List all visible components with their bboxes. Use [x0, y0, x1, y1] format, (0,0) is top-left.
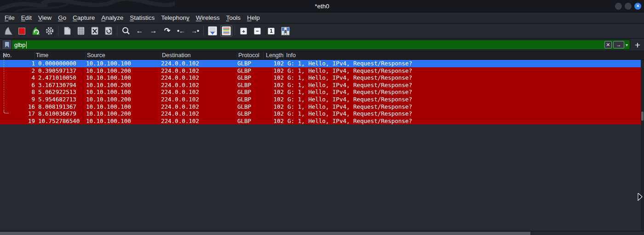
- cell-source: 10.10.100.100: [86, 88, 161, 96]
- column-header-source[interactable]: Source: [86, 51, 161, 59]
- cell-no: 2: [0, 67, 35, 75]
- related-packet-line: [4, 55, 4, 113]
- menu-bar: FileEditViewGoCaptureAnalyzeStatisticsTe…: [0, 12, 644, 24]
- cell-protocol: GLBP: [237, 67, 264, 75]
- close-file-icon[interactable]: [88, 24, 101, 37]
- zoom-out-icon[interactable]: −: [251, 24, 264, 37]
- cell-no: 1: [0, 60, 35, 67]
- packet-row-19[interactable]: 1910.75278654010.10.100.100224.0.0.102GL…: [0, 118, 644, 125]
- cell-protocol: GLBP: [237, 103, 264, 111]
- stop-capture-icon[interactable]: [15, 24, 29, 37]
- packet-row-4[interactable]: 42.47101005010.10.100.100224.0.0.102GLBP…: [0, 74, 644, 82]
- go-to-packet-icon[interactable]: ↷: [161, 24, 174, 37]
- cell-info: G: 1, Hello, IPv4, Request/Response?: [284, 67, 644, 75]
- cell-source: 10.10.100.200: [86, 67, 161, 75]
- cell-time: 10.752786540: [35, 118, 86, 125]
- packet-row-8[interactable]: 85.06292251310.10.100.100224.0.0.102GLBP…: [0, 88, 644, 96]
- cell-source: 10.10.100.100: [86, 60, 161, 67]
- filter-dropdown-icon[interactable]: ▾: [626, 42, 628, 47]
- packet-row-1[interactable]: 10.00000000010.10.100.100224.0.0.102GLBP…: [0, 60, 644, 67]
- cell-time: 5.062922513: [35, 88, 86, 96]
- capture-options-gear-icon[interactable]: [43, 24, 56, 37]
- auto-scroll-icon[interactable]: [206, 24, 219, 37]
- column-header-length[interactable]: Length: [264, 51, 284, 59]
- display-filter-input[interactable]: glbp ✕ → ▾: [2, 40, 630, 50]
- start-capture-icon[interactable]: [1, 24, 15, 37]
- zoom-in-icon[interactable]: +: [237, 24, 250, 37]
- vertical-scrollbar[interactable]: [641, 60, 644, 231]
- filter-bookmark-icon[interactable]: [2, 40, 12, 49]
- menu-item-telephony[interactable]: Telephony: [158, 13, 193, 22]
- packet-row-6[interactable]: 63.16713079410.10.100.200224.0.0.102GLBP…: [0, 82, 644, 89]
- cell-no: 8: [0, 88, 35, 96]
- cell-destination: 224.0.0.102: [161, 60, 237, 67]
- cell-destination: 224.0.0.102: [161, 96, 237, 103]
- cell-source: 10.10.100.100: [86, 74, 161, 82]
- cell-length: 102: [264, 82, 284, 89]
- go-back-icon[interactable]: ←: [133, 24, 146, 37]
- menu-item-analyze[interactable]: Analyze: [98, 13, 126, 22]
- menu-item-tools[interactable]: Tools: [223, 13, 244, 22]
- horizontal-scrollbar[interactable]: [0, 231, 644, 235]
- packet-row-2[interactable]: 20.39059713710.10.100.200224.0.0.102GLBP…: [0, 67, 644, 75]
- add-filter-button[interactable]: +: [633, 40, 642, 50]
- cell-time: 3.167130794: [35, 82, 86, 89]
- toolbar-separator: [117, 26, 117, 35]
- colorize-packets-icon[interactable]: [219, 24, 233, 37]
- go-last-packet-icon[interactable]: →•: [188, 24, 201, 37]
- cell-length: 102: [264, 60, 284, 67]
- open-file-icon[interactable]: [60, 24, 74, 37]
- maximize-button[interactable]: [625, 3, 632, 10]
- close-button[interactable]: ✕: [634, 3, 641, 10]
- find-packet-icon[interactable]: [119, 24, 132, 37]
- save-file-icon[interactable]: [74, 24, 87, 37]
- go-forward-icon[interactable]: →: [147, 24, 160, 37]
- toolbar-separator: [235, 26, 235, 35]
- cell-source: 10.10.100.100: [86, 103, 161, 111]
- kali-dragon-logo: [0, 0, 175, 12]
- menu-item-statistics[interactable]: Statistics: [126, 13, 158, 22]
- menu-item-help[interactable]: Help: [244, 13, 263, 22]
- restart-capture-icon[interactable]: [29, 24, 42, 37]
- cell-length: 102: [264, 88, 284, 96]
- menu-item-go[interactable]: Go: [55, 13, 69, 22]
- menu-item-capture[interactable]: Capture: [69, 13, 98, 22]
- vertical-scrollbar-thumb[interactable]: [641, 112, 644, 121]
- resize-columns-icon[interactable]: [278, 24, 292, 37]
- horizontal-scrollbar-thumb[interactable]: [0, 232, 530, 235]
- cell-length: 102: [264, 96, 284, 103]
- zoom-normal-icon[interactable]: 1: [264, 24, 278, 37]
- filter-apply-icon[interactable]: →: [613, 41, 624, 48]
- menu-item-view[interactable]: View: [35, 13, 55, 22]
- packet-row-17[interactable]: 178.61003667910.10.100.200224.0.0.102GLB…: [0, 110, 644, 118]
- cell-source: 10.10.100.100: [86, 118, 161, 125]
- cell-destination: 224.0.0.102: [161, 82, 237, 89]
- toolbar-separator: [58, 26, 58, 35]
- packet-list-header: No.TimeSourceDestinationProtocolLengthIn…: [0, 51, 644, 60]
- column-header-time[interactable]: Time: [35, 51, 86, 59]
- cell-destination: 224.0.0.102: [161, 118, 237, 125]
- cell-destination: 224.0.0.102: [161, 110, 237, 118]
- filter-value[interactable]: glbp: [12, 41, 26, 48]
- cell-source: 10.10.100.200: [86, 82, 161, 89]
- cell-info: G: 1, Hello, IPv4, Request/Response?: [284, 74, 644, 82]
- column-header-info[interactable]: Info: [284, 51, 644, 59]
- cell-no: 16: [0, 103, 35, 111]
- cell-source: 10.10.100.200: [86, 96, 161, 103]
- filter-bar: glbp ✕ → ▾ +: [0, 39, 644, 51]
- cell-no: 19: [0, 118, 35, 125]
- column-header-destination[interactable]: Destination: [161, 51, 237, 59]
- menu-item-edit[interactable]: Edit: [18, 13, 35, 22]
- packet-row-16[interactable]: 168.00819136710.10.100.100224.0.0.102GLB…: [0, 103, 644, 111]
- menu-item-wireless[interactable]: Wireless: [193, 13, 223, 22]
- reload-file-icon[interactable]: [102, 24, 115, 37]
- menu-item-file[interactable]: File: [1, 13, 18, 22]
- cell-destination: 224.0.0.102: [161, 88, 237, 96]
- cell-info: G: 1, Hello, IPv4, Request/Response?: [284, 110, 644, 118]
- column-header-protocol[interactable]: Protocol: [237, 51, 264, 59]
- cell-time: 0.000000000: [35, 60, 86, 67]
- minimize-button[interactable]: [615, 3, 622, 10]
- filter-clear-icon[interactable]: ✕: [604, 41, 612, 48]
- packet-row-9[interactable]: 95.95468271310.10.100.200224.0.0.102GLBP…: [0, 96, 644, 103]
- go-first-packet-icon[interactable]: •←: [174, 24, 188, 37]
